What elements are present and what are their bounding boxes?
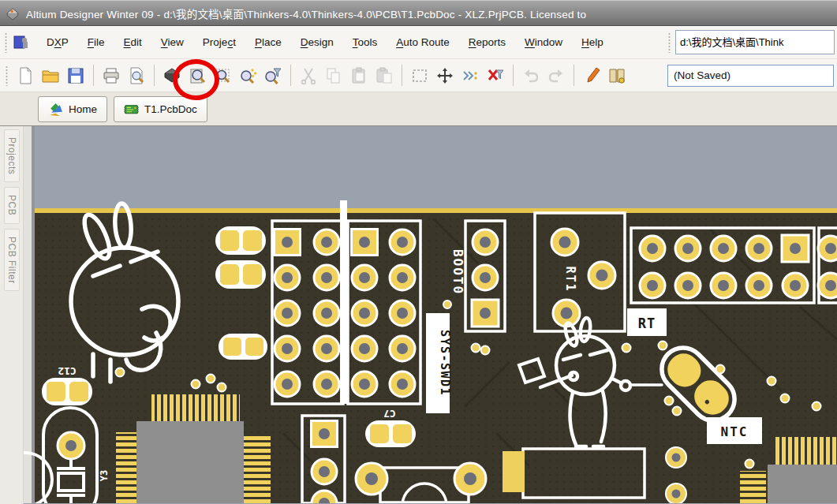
toolbar-separator xyxy=(574,65,574,86)
label-rt1: RT1 xyxy=(563,266,577,292)
menu-help[interactable]: Help xyxy=(574,32,611,52)
menubar-grip[interactable] xyxy=(4,32,8,53)
sys-swd1-label-box: SYS-SWD1 xyxy=(426,313,452,413)
tab-label: T1.PcbDoc xyxy=(144,103,197,115)
paste-icon xyxy=(349,66,368,85)
undo-icon xyxy=(521,66,540,85)
altium-designer-window: Altium Designer Winter 09 - d:\我的文档\桌面\T… xyxy=(0,0,837,504)
panel-sidebar: ProjectsPCBPCB Filter xyxy=(0,126,24,504)
sidebar-tab-pcb-filter[interactable]: PCB Filter xyxy=(4,229,20,292)
tab-home[interactable]: Home xyxy=(38,96,107,122)
smd-capacitor[interactable] xyxy=(219,334,267,360)
zoom-filter-icon xyxy=(263,66,282,85)
altium-logo-icon xyxy=(6,6,20,21)
print-preview-button[interactable] xyxy=(125,64,148,88)
menu-file[interactable]: File xyxy=(80,32,112,52)
label-rt: RT xyxy=(638,315,656,331)
toolbar-separator xyxy=(290,65,291,86)
label-sys-swd1: SYS-SWD1 xyxy=(438,330,452,396)
new-document-icon xyxy=(16,66,35,85)
menu-auto-route[interactable]: Auto Route xyxy=(389,32,457,52)
print-preview-icon xyxy=(127,66,146,85)
cut-button[interactable] xyxy=(297,64,320,88)
copy-button[interactable] xyxy=(322,64,346,88)
path-grip[interactable] xyxy=(667,32,671,53)
layer-stack-button[interactable] xyxy=(160,64,184,88)
copy-icon xyxy=(324,66,343,85)
menu-window[interactable]: Window xyxy=(518,32,570,52)
pcb-document-view[interactable]: BOOT0 SYS-SWD1 RT1 RT xyxy=(24,126,837,503)
smd-capacitor[interactable] xyxy=(215,226,266,255)
board-edge-line xyxy=(35,208,837,213)
label-boot0: BOOT0 xyxy=(450,249,465,295)
variant-select[interactable]: (Not Saved) xyxy=(667,65,834,87)
menu-bar: DXPFileEditViewProjectPlaceDesignToolsAu… xyxy=(0,26,837,59)
layer-stack-icon xyxy=(163,66,181,85)
main-toolbar: (Not Saved) xyxy=(0,59,837,92)
menu-design[interactable]: Design xyxy=(293,32,341,52)
toolbar-separator xyxy=(93,65,94,86)
menu-reports[interactable]: Reports xyxy=(461,32,513,52)
zoom-fit-document-button[interactable] xyxy=(185,64,209,88)
tab-t1-pcbdoc[interactable]: T1.PcbDoc xyxy=(114,96,207,122)
cut-icon xyxy=(299,66,318,85)
select-area-button[interactable] xyxy=(408,64,432,88)
selection-rect-icon xyxy=(410,66,429,85)
zoom-point-icon xyxy=(238,66,257,85)
save-button[interactable] xyxy=(64,64,88,88)
toolbar-separator xyxy=(402,65,402,86)
open-button[interactable] xyxy=(39,64,62,88)
menu-project[interactable]: Project xyxy=(196,32,243,52)
menu-path-area: d:\我的文档\桌面\Think xyxy=(666,30,835,54)
browse-library-button[interactable] xyxy=(605,64,629,88)
print-button[interactable] xyxy=(99,64,123,88)
toolbar-separator xyxy=(513,65,514,86)
paste-array-icon xyxy=(375,66,394,85)
new-document-button[interactable] xyxy=(13,64,37,88)
clear-filter-icon xyxy=(486,66,505,85)
document-tab-bar: HomeT1.PcbDoc xyxy=(0,92,837,126)
zoom-point-button[interactable] xyxy=(236,64,260,88)
menu-edit[interactable]: Edit xyxy=(117,32,149,52)
zoom-selected-button[interactable] xyxy=(261,64,285,88)
menu-tools[interactable]: Tools xyxy=(346,32,385,52)
title-bar: Altium Designer Winter 09 - d:\我的文档\桌面\T… xyxy=(0,0,837,26)
menu-view[interactable]: View xyxy=(154,32,191,52)
smd-capacitor[interactable] xyxy=(215,260,266,289)
cross-probe-button[interactable] xyxy=(580,64,603,88)
path-field[interactable]: d:\我的文档\桌面\Think xyxy=(675,30,835,54)
zoom-area-icon xyxy=(213,66,232,85)
sidebar-tab-projects[interactable]: Projects xyxy=(4,129,20,182)
zoom-area-button[interactable] xyxy=(211,64,234,88)
undo-button[interactable] xyxy=(519,64,543,88)
paste-array-button[interactable] xyxy=(372,64,396,88)
open-folder-icon xyxy=(41,66,60,85)
redo-icon xyxy=(547,66,566,85)
sidebar-tab-pcb[interactable]: PCB xyxy=(4,187,20,223)
clear-filter-button[interactable] xyxy=(484,64,507,88)
reposition-button[interactable] xyxy=(458,64,482,88)
label-c7: C7 xyxy=(383,408,396,420)
toolbar-separator xyxy=(154,65,155,86)
move-button[interactable] xyxy=(433,64,457,88)
sidebar-tabs: ProjectsPCBPCB Filter xyxy=(4,129,20,291)
reposition-icon xyxy=(461,66,480,85)
zoom-document-icon xyxy=(188,66,207,85)
redo-button[interactable] xyxy=(544,64,568,88)
pcb-editor-canvas[interactable]: BOOT0 SYS-SWD1 RT1 RT xyxy=(24,126,837,504)
ntc-label-box: NTC xyxy=(707,417,762,444)
menu-dxp[interactable]: DXP xyxy=(39,32,76,52)
rt-label-box: RT xyxy=(627,308,667,336)
label-c12: C12 xyxy=(58,365,76,377)
menu-place[interactable]: Place xyxy=(248,32,289,52)
window-title: Altium Designer Winter 09 - d:\我的文档\桌面\T… xyxy=(26,6,586,21)
save-icon xyxy=(66,66,85,85)
workspace-background[interactable] xyxy=(35,126,837,208)
paste-button[interactable] xyxy=(347,64,371,88)
toolbar-grip[interactable] xyxy=(5,65,9,86)
tab-label: Home xyxy=(69,103,97,115)
book-icon xyxy=(607,66,626,85)
pcbdoc-tab-icon xyxy=(124,102,139,117)
toolbar-buttons xyxy=(13,64,630,88)
canvas-left-gutter xyxy=(24,126,32,503)
